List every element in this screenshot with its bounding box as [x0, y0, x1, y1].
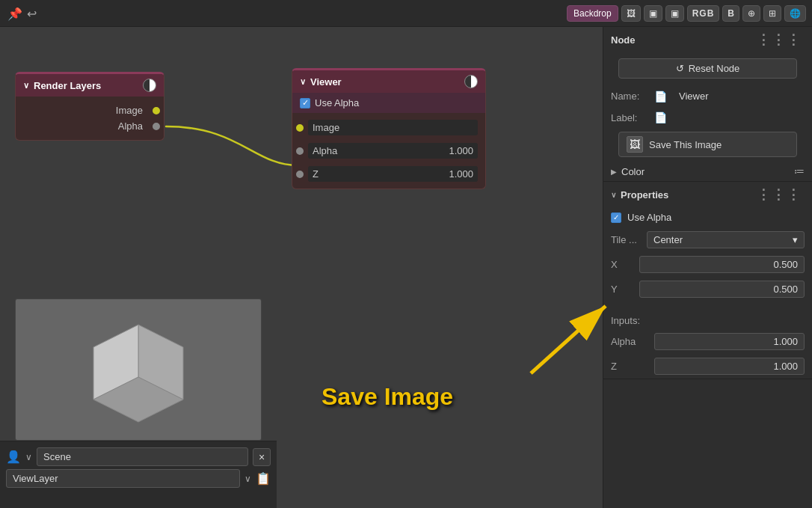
viewer-z-label: Z — [313, 168, 319, 180]
inputs-alpha-label: Alpha — [611, 336, 648, 347]
name-icon: 📄 — [654, 91, 667, 102]
scene-icon: 👤 — [6, 450, 21, 464]
tile-dropdown-arrow: ▾ — [793, 234, 798, 245]
reset-node-label: Reset Node — [689, 63, 740, 74]
grid-plus-btn[interactable]: ⊞ — [763, 5, 781, 22]
globe-btn[interactable]: 🌐 — [784, 5, 806, 22]
scene-row: 👤 ∨ × — [6, 447, 271, 466]
plus-icon-btn[interactable]: ⊕ — [742, 5, 760, 22]
viewer-collapse-arrow[interactable]: ∨ — [300, 77, 306, 87]
render-layers-title: ∨ Render Layers — [23, 80, 101, 91]
y-row: Y 0.500 — [603, 277, 812, 302]
viewlayer-input[interactable] — [6, 469, 240, 488]
image-icon-btn[interactable]: 🖼 — [621, 5, 641, 22]
viewer-alpha-input[interactable]: Alpha 1.000 — [308, 143, 478, 159]
viewer-alpha-socket[interactable] — [296, 147, 304, 155]
arc-icon[interactable]: ↩ — [27, 7, 37, 21]
viewlayer-row: ∨ 📋 — [6, 469, 271, 488]
toolbar-left-icons: 📌 ↩ — [7, 0, 37, 27]
collapse-arrow[interactable]: ∨ — [23, 81, 29, 91]
alpha-output-label: Alpha — [118, 120, 143, 132]
viewer-alpha-value: 1.000 — [449, 145, 473, 156]
node-section-header[interactable]: Node ⋮⋮⋮ — [603, 27, 812, 52]
copy-icon[interactable]: 📋 — [256, 471, 271, 486]
scene-input[interactable] — [37, 447, 248, 466]
render-layers-icon — [143, 79, 156, 92]
bottom-left-panel: 👤 ∨ × ∨ 📋 — [0, 441, 277, 508]
grid1-icon-btn[interactable]: ▣ — [644, 5, 662, 22]
viewer-header[interactable]: ∨ Viewer — [292, 70, 485, 93]
svg-line-4 — [531, 306, 606, 373]
inputs-alpha-row: Alpha 1.000 — [603, 329, 812, 354]
viewer-alpha-row: Alpha 1.000 — [300, 139, 478, 162]
viewer-use-alpha-checkbox[interactable]: ✓ — [300, 98, 310, 108]
viewer-use-alpha-label: Use Alpha — [315, 97, 359, 108]
inputs-alpha-field[interactable]: 1.000 — [654, 333, 805, 350]
inputs-z-label: Z — [611, 361, 648, 372]
node-section: Node ⋮⋮⋮ ↺ Reset Node Name: 📄 Viewer Lab… — [603, 27, 812, 182]
properties-use-alpha-checkbox[interactable]: ✓ — [611, 212, 621, 223]
save-image-wrapper: 🖼 Save This Image — [603, 127, 812, 162]
label-label: Label: — [611, 112, 648, 123]
viewer-alpha-label: Alpha — [313, 145, 337, 156]
canvas-area: ∨ Render Layers Image Alpha ∨ Viewer — [0, 27, 603, 508]
pin-icon[interactable]: 📌 — [7, 7, 22, 21]
rgb-btn[interactable]: RGB — [687, 5, 720, 22]
inputs-label: Inputs: — [603, 309, 812, 329]
node-section-menu[interactable]: ⋮⋮⋮ — [754, 31, 805, 48]
scene-arrow[interactable]: ∨ — [25, 452, 32, 462]
cube-preview — [64, 310, 213, 429]
image-output-socket[interactable] — [153, 107, 160, 114]
x-field[interactable]: 0.500 — [639, 256, 805, 273]
name-label: Name: — [611, 91, 648, 102]
x-row: X 0.500 — [603, 252, 812, 277]
render-layers-alpha-row: Alpha — [23, 118, 156, 134]
alpha-output-socket[interactable] — [153, 123, 160, 130]
top-toolbar: 📌 ↩ Backdrop 🖼 ▣ ▣ RGB B ⊕ ⊞ 🌐 — [0, 0, 812, 27]
tile-dropdown[interactable]: Center ▾ — [647, 231, 805, 248]
reset-node-wrapper: ↺ Reset Node — [603, 52, 812, 85]
inputs-z-row: Z 1.000 — [603, 354, 812, 379]
properties-use-alpha-label: Use Alpha — [627, 212, 671, 223]
viewlayer-arrow[interactable]: ∨ — [244, 474, 251, 484]
properties-section: ∨ Properties ⋮⋮⋮ ✓ Use Alpha Tile ... Ce… — [603, 182, 812, 379]
render-layers-header[interactable]: ∨ Render Layers — [16, 74, 164, 97]
color-expand-btn[interactable]: ▶ Color — [611, 166, 645, 177]
grid2-icon-btn[interactable]: ▣ — [665, 5, 684, 22]
viewer-inputs: Image Alpha 1.000 Z 1.000 — [292, 113, 485, 189]
reset-node-btn[interactable]: ↺ Reset Node — [618, 58, 797, 79]
viewer-z-socket[interactable] — [296, 171, 304, 178]
tile-label: Tile ... — [611, 234, 641, 245]
x-label: X — [611, 259, 633, 270]
image-output-label: Image — [116, 105, 143, 116]
scene-close-btn[interactable]: × — [253, 448, 271, 466]
viewer-z-input[interactable]: Z 1.000 — [308, 166, 478, 182]
viewer-title-area: ∨ Viewer — [300, 76, 342, 88]
color-list-icon[interactable]: ≔ — [794, 165, 805, 177]
node-render-layers[interactable]: ∨ Render Layers Image Alpha — [15, 72, 164, 141]
save-image-icon: 🖼 — [627, 136, 643, 153]
reset-icon: ↺ — [676, 63, 684, 74]
backdrop-button[interactable]: Backdrop — [567, 5, 618, 22]
y-field[interactable]: 0.500 — [639, 281, 805, 298]
node-viewer[interactable]: ∨ Viewer ✓ Use Alpha Image Alpha 1.0 — [292, 68, 486, 189]
viewer-image-input[interactable]: Image — [308, 120, 478, 135]
tile-row: Tile ... Center ▾ — [603, 227, 812, 252]
label-icon: 📄 — [654, 111, 667, 123]
viewer-z-value: 1.000 — [449, 168, 473, 180]
save-this-image-btn[interactable]: 🖼 Save This Image — [618, 132, 797, 157]
viewer-image-socket[interactable] — [296, 124, 304, 132]
name-row: Name: 📄 Viewer — [603, 85, 812, 108]
viewer-use-alpha-row: ✓ Use Alpha — [292, 93, 485, 113]
viewer-image-row: Image — [300, 116, 478, 139]
viewer-z-row: Z 1.000 — [300, 162, 478, 186]
properties-collapse-arrow: ∨ — [611, 191, 616, 199]
color-label: Color — [621, 166, 645, 177]
properties-section-header[interactable]: ∨ Properties ⋮⋮⋮ — [603, 182, 812, 207]
properties-section-menu[interactable]: ⋮⋮⋮ — [754, 186, 805, 203]
inputs-z-field[interactable]: 1.000 — [654, 358, 805, 375]
color-collapse-arrow: ▶ — [611, 168, 617, 176]
preview-inner — [16, 299, 261, 440]
viewer-icon — [464, 75, 478, 88]
b-btn[interactable]: B — [722, 5, 739, 22]
